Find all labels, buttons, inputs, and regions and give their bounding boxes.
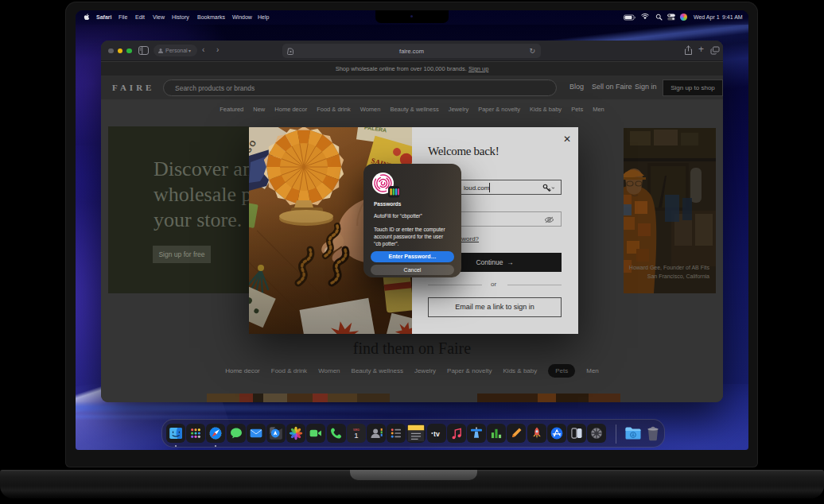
svg-text:tv: tv	[433, 430, 440, 438]
svg-text:1: 1	[354, 431, 358, 440]
